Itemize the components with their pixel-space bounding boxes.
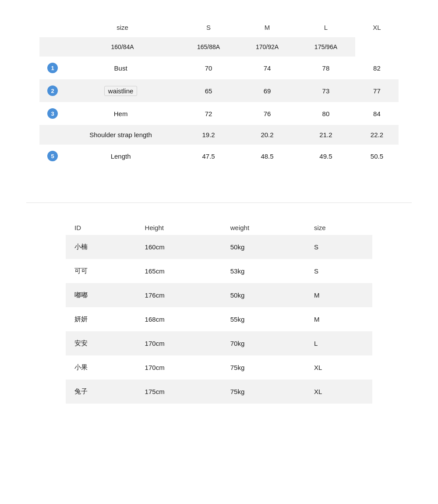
row-badge: 1 xyxy=(47,63,58,73)
table-row: 2waistline65697377 xyxy=(39,79,399,102)
cell-value: 22.2 xyxy=(355,125,399,145)
table-row: 5Length47.548.549.550.5 xyxy=(39,145,399,167)
cell-value: 72 xyxy=(179,102,238,125)
cell-height: 168cm xyxy=(136,307,222,331)
cell-size: S xyxy=(305,235,372,259)
cell-value: 73 xyxy=(297,79,355,102)
cell-value: 20.2 xyxy=(238,125,297,145)
table-row: Shoulder strap length19.220.221.222.2 xyxy=(39,125,399,145)
cell-value: 78 xyxy=(297,57,355,79)
cell-value: 65 xyxy=(179,79,238,102)
table-row: 小果170cm75kgXL xyxy=(66,355,372,380)
col-size: size xyxy=(305,216,372,235)
cell-value: 77 xyxy=(355,79,399,102)
cell-value: 76 xyxy=(238,102,297,125)
cell-id: 兔子 xyxy=(66,380,136,404)
cell-size: M xyxy=(305,283,372,307)
cell-height: 175cm xyxy=(136,380,222,404)
cell-value: 21.2 xyxy=(297,125,355,145)
cell-size: XL xyxy=(305,355,372,380)
cell-id: 嘟嘟 xyxy=(66,283,136,307)
cell-weight: 75kg xyxy=(222,355,305,380)
row-label: Bust xyxy=(66,57,179,79)
row-badge: 5 xyxy=(47,151,58,161)
size-chart-header-row: size S M L XL xyxy=(39,18,399,37)
section-divider xyxy=(26,202,412,203)
cell-weight: 50kg xyxy=(222,235,305,259)
col-m: M xyxy=(238,18,297,37)
size-chart-table-1: size S M L XL 160/84A165/88A170/92A175/9… xyxy=(39,18,399,167)
row-label: Length xyxy=(66,145,179,167)
col-height: Height xyxy=(136,216,222,235)
cell-height: 160cm xyxy=(136,235,222,259)
table-row: 兔子175cm75kgXL xyxy=(66,380,372,404)
cell-id: 妍妍 xyxy=(66,307,136,331)
row-label: waistline xyxy=(66,79,179,102)
cell-size: S xyxy=(305,259,372,283)
cell-weight: 55kg xyxy=(222,307,305,331)
reference-header-row: ID Height weight size xyxy=(66,216,372,235)
cell-weight: 53kg xyxy=(222,259,305,283)
table-row: 嘟嘟176cm50kgM xyxy=(66,283,372,307)
col-size-label: size xyxy=(66,18,179,37)
row-label: Hem xyxy=(66,102,179,125)
table-row: 3Hem72768084 xyxy=(39,102,399,125)
row-badge: 2 xyxy=(47,85,58,96)
cell-value: 84 xyxy=(355,102,399,125)
cell-size: XL xyxy=(305,380,372,404)
cell-value: 19.2 xyxy=(179,125,238,145)
cell-value: 48.5 xyxy=(238,145,297,167)
cell-id: 可可 xyxy=(66,259,136,283)
subheader-row: 160/84A165/88A170/92A175/96A xyxy=(39,37,399,57)
table-row: 可可165cm53kgS xyxy=(66,259,372,283)
cell-height: 170cm xyxy=(136,331,222,355)
cell-height: 176cm xyxy=(136,283,222,307)
cell-value: 47.5 xyxy=(179,145,238,167)
cell-id: 小楠 xyxy=(66,235,136,259)
cell-size: L xyxy=(305,331,372,355)
cell-value: 80 xyxy=(297,102,355,125)
cell-id: 安安 xyxy=(66,331,136,355)
cell-value: 74 xyxy=(238,57,297,79)
table-row: 安安170cm70kgL xyxy=(66,331,372,355)
cell-weight: 75kg xyxy=(222,380,305,404)
cell-value: 70 xyxy=(179,57,238,79)
cell-size: M xyxy=(305,307,372,331)
cell-id: 小果 xyxy=(66,355,136,380)
col-badge xyxy=(39,18,66,37)
col-weight: weight xyxy=(222,216,305,235)
size-chart-table-2: ID Height weight size 小楠160cm50kgS可可165c… xyxy=(66,216,372,404)
row-label: Shoulder strap length xyxy=(66,125,179,145)
cell-height: 170cm xyxy=(136,355,222,380)
cell-weight: 50kg xyxy=(222,283,305,307)
table-row: 妍妍168cm55kgM xyxy=(66,307,372,331)
col-id: ID xyxy=(66,216,136,235)
cell-weight: 70kg xyxy=(222,331,305,355)
cell-height: 165cm xyxy=(136,259,222,283)
cell-value: 50.5 xyxy=(355,145,399,167)
cell-value: 49.5 xyxy=(297,145,355,167)
col-l: L xyxy=(297,18,355,37)
col-s: S xyxy=(179,18,238,37)
table-row: 1Bust70747882 xyxy=(39,57,399,79)
table-row: 小楠160cm50kgS xyxy=(66,235,372,259)
cell-value: 69 xyxy=(238,79,297,102)
col-xl: XL xyxy=(355,18,399,37)
row-badge: 3 xyxy=(47,108,58,119)
cell-value: 82 xyxy=(355,57,399,79)
